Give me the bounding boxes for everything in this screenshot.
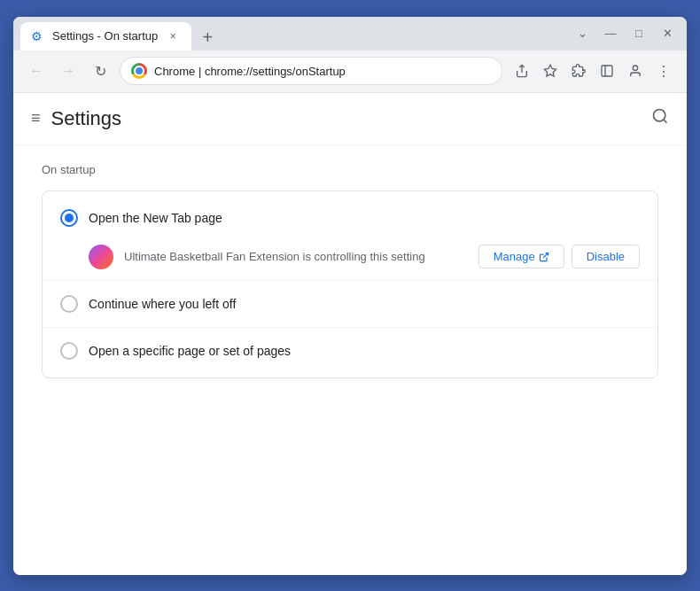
tab-close-button[interactable]: × <box>165 28 181 44</box>
active-tab[interactable]: ⚙ Settings - On startup × <box>20 22 191 51</box>
sidebar-icon[interactable] <box>595 58 619 83</box>
maximize-button[interactable]: □ <box>626 21 651 46</box>
omnibox-separator: | <box>198 65 205 78</box>
radio-specific[interactable] <box>60 342 78 360</box>
tab-favicon: ⚙ <box>31 29 45 43</box>
omnibox-text: Chrome | chrome://settings/onStartup <box>154 65 346 78</box>
settings-header-left: ≡ Settings <box>31 107 121 130</box>
option-continue-label: Continue where you left off <box>89 297 236 311</box>
option-new-tab[interactable]: Open the New Tab page <box>43 198 657 237</box>
window-controls: ⌄ — □ ✕ <box>570 21 680 46</box>
omnibox-url: chrome://settings/onStartup <box>205 65 346 78</box>
extension-buttons: Manage Disable <box>478 245 640 268</box>
settings-search-icon[interactable] <box>651 107 669 129</box>
bookmark-icon[interactable] <box>538 58 563 83</box>
extensions-icon[interactable] <box>566 58 591 83</box>
minimize-button[interactable]: — <box>598 21 623 46</box>
extension-row: Ultimate Basketball Fan Extension is con… <box>43 237 657 276</box>
toolbar-icons: ⋮ <box>509 58 676 83</box>
radio-new-tab[interactable] <box>60 209 78 227</box>
menu-icon[interactable]: ⋮ <box>651 58 676 83</box>
radio-continue[interactable] <box>60 295 78 313</box>
tab-title: Settings - On startup <box>52 29 158 43</box>
section-title: On startup <box>42 163 658 176</box>
omnibox-brand: Chrome <box>154 65 195 78</box>
profile-icon[interactable] <box>623 58 648 83</box>
browser-window: ⚙ Settings - On startup × + ⌄ — □ ✕ ← → … <box>13 17 687 575</box>
share-icon[interactable] <box>509 58 534 83</box>
option-specific[interactable]: Open a specific page or set of pages <box>43 331 657 370</box>
chevron-icon[interactable]: ⌄ <box>570 21 595 46</box>
manage-label: Manage <box>494 250 535 263</box>
manage-button[interactable]: Manage <box>478 245 564 268</box>
forward-button[interactable]: → <box>56 58 81 83</box>
close-button[interactable]: ✕ <box>655 21 680 46</box>
disable-button[interactable]: Disable <box>572 245 640 268</box>
divider-2 <box>43 327 657 328</box>
option-new-tab-label: Open the New Tab page <box>89 211 222 225</box>
chrome-icon <box>131 63 147 79</box>
divider-1 <box>43 280 657 281</box>
disable-label: Disable <box>587 250 625 263</box>
omnibox[interactable]: Chrome | chrome://settings/onStartup <box>120 57 502 85</box>
option-specific-label: Open a specific page or set of pages <box>89 344 291 358</box>
back-button[interactable]: ← <box>24 58 49 83</box>
page-content: ≡ Settings RISK.COM On startup Open the … <box>13 93 687 575</box>
settings-page-title: Settings <box>51 107 122 130</box>
reload-button[interactable]: ↻ <box>88 58 113 83</box>
title-bar: ⚙ Settings - On startup × + ⌄ — □ ✕ <box>13 17 687 51</box>
settings-body: On startup Open the New Tab page Ultimat… <box>13 145 687 396</box>
new-tab-button[interactable]: + <box>195 26 220 51</box>
tab-area: ⚙ Settings - On startup × + <box>20 17 563 51</box>
address-bar: ← → ↻ Chrome | chrome://settings/onStart… <box>13 51 687 93</box>
svg-rect-0 <box>602 66 612 76</box>
settings-header: ≡ Settings <box>13 93 687 145</box>
hamburger-icon[interactable]: ≡ <box>31 109 41 128</box>
extension-icon <box>89 245 113 269</box>
svg-point-1 <box>654 110 665 121</box>
option-continue[interactable]: Continue where you left off <box>43 284 657 323</box>
startup-card: Open the New Tab page Ultimate Basketbal… <box>42 191 658 378</box>
extension-text: Ultimate Basketball Fan Extension is con… <box>124 250 468 263</box>
